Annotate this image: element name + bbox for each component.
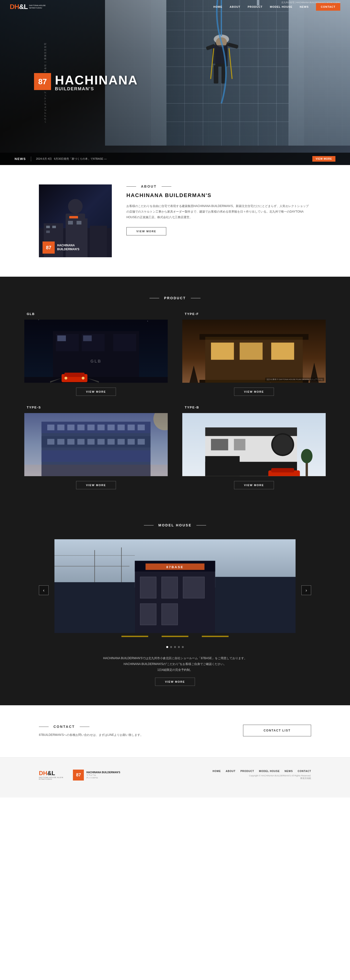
- carousel-dot-5[interactable]: [182, 646, 184, 648]
- carousel-dot-3[interactable]: [174, 646, 176, 648]
- product-typeb-btn[interactable]: VIEW MORE: [234, 481, 274, 489]
- product-glb-image: GLB: [24, 320, 168, 383]
- nav-about[interactable]: ABOUT: [230, 5, 240, 8]
- hero-title-main: HACHINANA: [55, 74, 138, 86]
- carousel-next-btn[interactable]: ›: [301, 585, 311, 595]
- model-house-description: HACHINANA BUILDERMAN'Sでは北九州市小倉北区に自社ショールー…: [24, 655, 326, 673]
- product-label: PRODUCT: [164, 296, 186, 300]
- about-image-logo: 87 HACHINANA BUILDERMAN'S: [43, 242, 108, 254]
- news-label: NEWS: [14, 157, 26, 161]
- svg-text:GLB: GLB: [90, 359, 101, 363]
- svg-rect-81: [42, 450, 150, 462]
- product-title-line-left: [149, 298, 159, 298]
- svg-rect-94: [58, 439, 65, 445]
- footer-nav: HOME ABOUT PRODUCT MODEL HOUSE NEWS CONT…: [213, 770, 311, 780]
- footer-dhl-text: DH&L: [39, 770, 63, 776]
- svg-rect-112: [234, 439, 245, 450]
- contact-list-btn[interactable]: CONTACT LIST: [243, 725, 311, 737]
- model-house-label: MODEL HOUSE: [158, 523, 192, 527]
- contact-left: CONTACT 87BUILDERMAN'Sへの各種お問い合わせは、まずはLIN…: [39, 725, 229, 738]
- svg-rect-84: [58, 425, 65, 430]
- footer-nav-contact[interactable]: CONTACT: [298, 770, 311, 773]
- svg-rect-134: [54, 582, 135, 641]
- svg-rect-93: [47, 439, 54, 445]
- about-title-wrapper: ABOUT: [126, 185, 311, 188]
- svg-rect-101: [128, 439, 135, 445]
- model-house-title-wrapper: MODEL HOUSE: [24, 523, 326, 527]
- carousel-prev-btn[interactable]: ‹: [39, 585, 49, 595]
- product-title-line-right: [191, 298, 201, 298]
- hero-logo-icon: 87: [34, 73, 51, 90]
- contact-inner: CONTACT 87BUILDERMAN'Sへの各種お問い合わせは、まずはLIN…: [39, 725, 311, 738]
- svg-rect-115: [271, 468, 294, 473]
- svg-rect-139: [202, 636, 229, 637]
- topbar-info: 北九州の住宅 | HACHINANA BUILDERMAN'S NITAKYUS…: [281, 0, 340, 4]
- footer-hachinana-name: HACHINANA BUILDERMAN'S: [86, 771, 120, 774]
- product-item-glb: GLB: [24, 312, 168, 396]
- hero-logo-char: 87: [38, 77, 47, 86]
- product-types-btn[interactable]: VIEW MORE: [76, 481, 116, 489]
- svg-rect-41: [46, 226, 50, 228]
- title-line-right: [161, 186, 171, 187]
- model-house-text-3: 1日4組限定の完全予約制。: [24, 667, 326, 673]
- svg-rect-136: [54, 633, 296, 641]
- news-view-more-btn[interactable]: VIEW MORE: [312, 156, 336, 162]
- svg-rect-89: [107, 425, 115, 430]
- about-view-more-btn[interactable]: VIEW MORE: [126, 227, 166, 235]
- product-item-typef: TYPE-F: [182, 312, 326, 396]
- footer-logo-hachinana: 87 HACHINANA BUILDERMAN'S リフォームナントカナル: [73, 770, 120, 781]
- about-logo-text: HACHINANA BUILDERMAN'S: [57, 243, 80, 251]
- footer-copyright: Copyright © HACHINANA BUILDERMAN'S All R…: [213, 775, 311, 777]
- nav-news[interactable]: NEWS: [300, 5, 309, 8]
- footer-nav-home[interactable]: HOME: [213, 770, 221, 773]
- svg-text:87BASE: 87BASE: [166, 565, 184, 569]
- hero-title-sub: BUILDERMAN'S: [55, 86, 138, 92]
- contact-title-line-right: [80, 727, 89, 727]
- svg-rect-90: [118, 425, 125, 430]
- carousel-next-icon: ›: [305, 588, 307, 593]
- svg-rect-58: [24, 377, 168, 383]
- svg-rect-124: [161, 577, 178, 598]
- model-house-text-1: HACHINANA BUILDERMAN'Sでは北九州市小倉北区に自社ショールー…: [24, 655, 326, 661]
- news-text: 2024.6月 4日 6月30日発売「家づくりの本」で87BASE —: [36, 157, 307, 161]
- footer-nav-product[interactable]: PRODUCT: [240, 770, 254, 773]
- footer-hachinana-box: 87: [73, 770, 84, 781]
- svg-text:© DAYTONA HOUSE PLAN DESIGN: © DAYTONA HOUSE PLAN DESIGN: [270, 382, 303, 383]
- product-typef-image: © DAYTONA HOUSE PLAN DESIGN 設計れ事例 © DAYT…: [182, 320, 326, 383]
- svg-point-62: [82, 377, 85, 380]
- nav-model-house[interactable]: MODEL HOUSE: [270, 5, 292, 8]
- types-svg: [24, 413, 168, 476]
- svg-rect-83: [47, 425, 54, 430]
- model-house-svg: 87BASE: [54, 539, 296, 641]
- svg-rect-56: [58, 336, 66, 341]
- footer-nav-news[interactable]: NEWS: [284, 770, 293, 773]
- product-types-image: [24, 413, 168, 476]
- product-glb-btn[interactable]: VIEW MORE: [76, 388, 116, 396]
- product-types-label: TYPE-S: [24, 406, 41, 409]
- about-image: 87 87 HACHINANA BUILDERMAN'S: [39, 185, 112, 257]
- product-typeb-label: TYPE-B: [182, 406, 199, 409]
- product-typeb-image: [182, 413, 326, 476]
- footer-dhl-sub1: DAYTONA HOUSE ALEIN: [39, 776, 63, 778]
- model-house-view-more-btn[interactable]: VIEW MORE: [155, 678, 195, 686]
- typef-caption: 設計れ事例 © DAYTONA HOUSE PLAN DESIGN ©ジュアリー…: [265, 378, 324, 381]
- carousel-dot-2[interactable]: [170, 646, 172, 648]
- about-logo-text2: BUILDERMAN'S: [57, 248, 80, 251]
- about-label: ABOUT: [141, 185, 157, 188]
- footer-dhl-sub2: KITAKYUSHU: [39, 778, 63, 780]
- glb-svg: GLB: [24, 320, 168, 383]
- svg-rect-113: [205, 456, 240, 476]
- carousel-dot-4[interactable]: [178, 646, 180, 648]
- nav-home[interactable]: HOME: [213, 5, 222, 8]
- footer-nav-about[interactable]: ABOUT: [226, 770, 236, 773]
- svg-rect-127: [161, 604, 178, 625]
- news-divider: [31, 156, 31, 161]
- header-logo: DH&L DAYTONA HOUSE NIITAKYUSHU: [10, 3, 46, 10]
- logo-subtitle: DAYTONA HOUSE NIITAKYUSHU: [29, 4, 46, 9]
- product-typef-btn[interactable]: VIEW MORE: [234, 388, 274, 396]
- carousel-dot-1[interactable]: [166, 646, 168, 648]
- about-logo-box: 87: [43, 242, 55, 254]
- footer-nav-model-house[interactable]: MODEL HOUSE: [259, 770, 280, 773]
- footer-logo-dhl: DH&L DAYTONA HOUSE ALEIN KITAKYUSHU: [39, 770, 63, 780]
- nav-product[interactable]: PRODUCT: [248, 5, 262, 8]
